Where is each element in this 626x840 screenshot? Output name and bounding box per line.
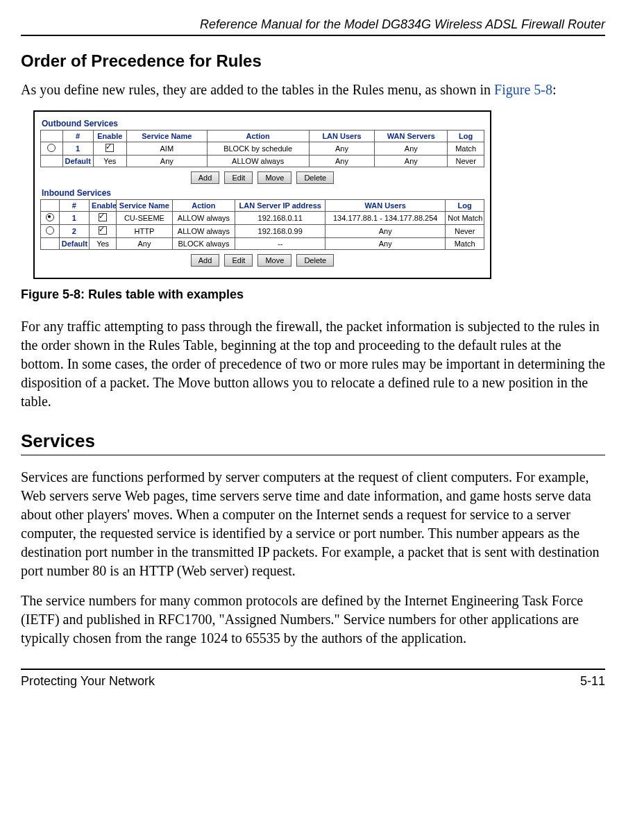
paragraph-precedence: For any traffic attempting to pass throu…	[21, 317, 605, 411]
col-radio	[41, 200, 60, 212]
cell-action: ALLOW always	[172, 225, 235, 238]
col-wan: WAN Servers	[375, 131, 448, 142]
cell-service: CU-SEEME	[117, 212, 172, 225]
inbound-table: # Enable Service Name Action LAN Server …	[40, 199, 484, 250]
paragraph-services-1: Services are functions performed by serv…	[21, 468, 605, 580]
add-button[interactable]: Add	[191, 171, 220, 184]
cell-lan: Any	[309, 156, 375, 167]
col-radio	[41, 131, 63, 142]
figure-caption: Figure 5-8: Rules table with examples	[21, 287, 605, 302]
col-num: #	[62, 131, 93, 142]
col-service: Service Name	[127, 131, 208, 142]
delete-button[interactable]: Delete	[296, 254, 334, 267]
table-row: 1 CU-SEEME ALLOW always 192.168.0.11 134…	[41, 212, 484, 225]
outbound-header-row: # Enable Service Name Action LAN Users W…	[41, 131, 484, 142]
add-button[interactable]: Add	[191, 254, 220, 267]
col-service: Service Name	[117, 200, 172, 212]
cell-enable: Yes	[90, 238, 117, 250]
intro-text-pre: As you define new rules, they are added …	[21, 82, 494, 97]
cell-log: Never	[448, 156, 484, 167]
footer-right: 5-11	[580, 674, 605, 689]
cell-wan: Any	[375, 142, 448, 156]
rules-screenshot: Outbound Services # Enable Service Name …	[33, 110, 491, 279]
cell-service: Any	[127, 156, 208, 167]
cell-lan: Any	[309, 142, 375, 156]
inbound-header-row: # Enable Service Name Action LAN Server …	[41, 200, 484, 212]
outbound-table: # Enable Service Name Action LAN Users W…	[40, 130, 484, 167]
cell-log: Match	[446, 238, 484, 250]
cell-log: Never	[446, 225, 484, 238]
table-row: 2 HTTP ALLOW always 192.168.0.99 Any Nev…	[41, 225, 484, 238]
cell-wan: Any	[375, 156, 448, 167]
col-num: #	[59, 200, 89, 212]
col-enable: Enable	[93, 131, 126, 142]
inbound-title: Inbound Services	[42, 188, 484, 198]
cell-lanip: --	[235, 238, 325, 250]
move-button[interactable]: Move	[257, 171, 291, 184]
table-row: Default Yes Any BLOCK always -- Any Matc…	[41, 238, 484, 250]
cell-action: BLOCK by schedule	[207, 142, 309, 156]
cell-wanusers: Any	[325, 238, 446, 250]
cell-service: Any	[117, 238, 172, 250]
inbound-buttons: Add Edit Move Delete	[40, 254, 484, 267]
radio-icon[interactable]	[46, 213, 54, 221]
col-log: Log	[448, 131, 484, 142]
intro-text-post: :	[552, 82, 557, 97]
col-log: Log	[446, 200, 484, 212]
edit-button[interactable]: Edit	[224, 171, 253, 184]
cell-log: Not Match	[446, 212, 484, 225]
table-row: Default Yes Any ALLOW always Any Any Nev…	[41, 156, 484, 167]
cell-service: AIM	[127, 142, 208, 156]
edit-button[interactable]: Edit	[224, 254, 253, 267]
row-num-link[interactable]: 2	[72, 227, 76, 235]
cell-action: BLOCK always	[172, 238, 235, 250]
footer-left: Protecting Your Network	[21, 674, 155, 689]
cell-service: HTTP	[117, 225, 172, 238]
cell-wanusers: Any	[325, 225, 446, 238]
checkbox-icon[interactable]	[99, 226, 107, 235]
cell-action: ALLOW always	[172, 212, 235, 225]
col-enable: Enable	[90, 200, 117, 212]
table-row: 1 AIM BLOCK by schedule Any Any Match	[41, 142, 484, 156]
cell-lanip: 192.168.0.11	[235, 212, 325, 225]
radio-icon[interactable]	[47, 144, 56, 152]
checkbox-icon[interactable]	[99, 213, 107, 221]
cell-action: ALLOW always	[207, 156, 309, 167]
row-default-link[interactable]: Default	[62, 240, 87, 248]
checkbox-icon[interactable]	[105, 144, 114, 152]
heading-order-precedence: Order of Precedence for Rules	[21, 51, 605, 71]
radio-icon[interactable]	[46, 226, 54, 235]
outbound-title: Outbound Services	[42, 119, 484, 128]
row-num-link[interactable]: 1	[76, 144, 80, 153]
cell-lanip: 192.168.0.99	[235, 225, 325, 238]
cell-log: Match	[448, 142, 484, 156]
delete-button[interactable]: Delete	[296, 171, 334, 184]
cell-wanusers: 134.177.88.1 - 134.177.88.254	[325, 212, 446, 225]
outbound-buttons: Add Edit Move Delete	[40, 171, 484, 184]
row-default-link[interactable]: Default	[65, 157, 91, 165]
intro-paragraph: As you define new rules, they are added …	[21, 81, 605, 99]
col-action: Action	[172, 200, 235, 212]
paragraph-services-2: The service numbers for many common prot…	[21, 591, 605, 648]
page-header: Reference Manual for the Model DG834G Wi…	[21, 17, 605, 36]
page-footer: Protecting Your Network 5-11	[21, 669, 605, 689]
cell-enable: Yes	[93, 156, 126, 167]
move-button[interactable]: Move	[257, 254, 291, 267]
row-num-link[interactable]: 1	[72, 214, 76, 222]
col-lan: LAN Users	[309, 131, 375, 142]
col-wanusers: WAN Users	[325, 200, 446, 212]
figure-link[interactable]: Figure 5-8	[494, 82, 552, 97]
col-action: Action	[207, 131, 309, 142]
col-lanip: LAN Server IP address	[235, 200, 325, 212]
heading-services: Services	[21, 430, 605, 455]
